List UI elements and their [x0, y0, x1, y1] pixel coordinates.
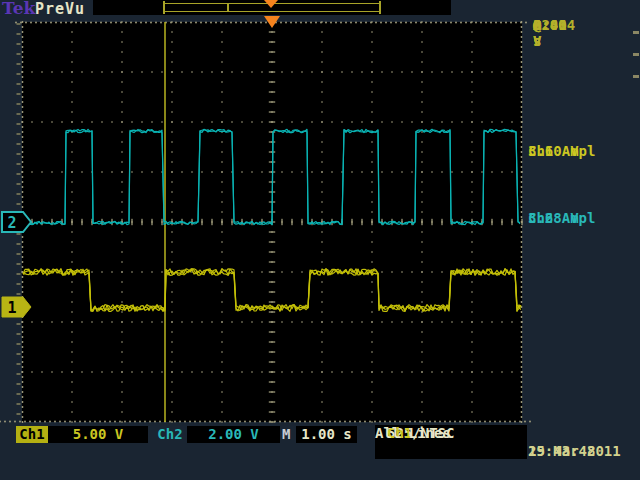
ch1-reference-marker: 1 [1, 296, 33, 318]
bezel-tick-icon [633, 31, 639, 34]
record-bracket-right-icon [379, 1, 381, 14]
ch1-scale-value: 5.00 V [48, 426, 148, 443]
acquisition-status: PreVu [35, 0, 85, 18]
tek-logo: Tek [2, 0, 35, 18]
ch2-flag-label: 2 [7, 214, 16, 232]
trigger-status-box: 525/NTSC Ch1 All Lines [375, 425, 527, 459]
record-trigger-icon [264, 0, 278, 8]
ch1-flag-label: 1 [7, 299, 16, 317]
timebase-badge: M [282, 426, 296, 443]
record-bracket-left-icon [163, 1, 165, 14]
measurement-value: 3.68 V [528, 210, 579, 227]
record-cursor-tick-icon [227, 3, 229, 12]
cursor-at-t-value: −2.14 s [533, 17, 575, 49]
oscilloscope-screen: Tek PreVu 2 1 Δ: 0.00 V @: 3.40 V Δ: 2.8… [0, 0, 640, 480]
bezel-tick-icon [633, 75, 639, 78]
ch1-trace [23, 269, 521, 312]
ch1-scale-badge: Ch1 [16, 426, 48, 443]
ch2-reference-marker: 2 [1, 211, 33, 233]
graticule [22, 22, 522, 422]
ch2-trace [23, 129, 520, 224]
timebase-value: 1.00 s [296, 426, 357, 443]
video-trigger-mode: All Lines [375, 425, 451, 442]
bezel-tick-icon [633, 53, 639, 56]
ch2-scale-badge: Ch2 [153, 426, 187, 443]
time-text: 15:43:48 [528, 443, 595, 459]
ch2-scale-value: 2.00 V [187, 426, 280, 443]
waveform-plot [22, 22, 522, 422]
trigger-position-icon [264, 16, 280, 28]
measurement-value: 3.60 V [528, 143, 579, 160]
